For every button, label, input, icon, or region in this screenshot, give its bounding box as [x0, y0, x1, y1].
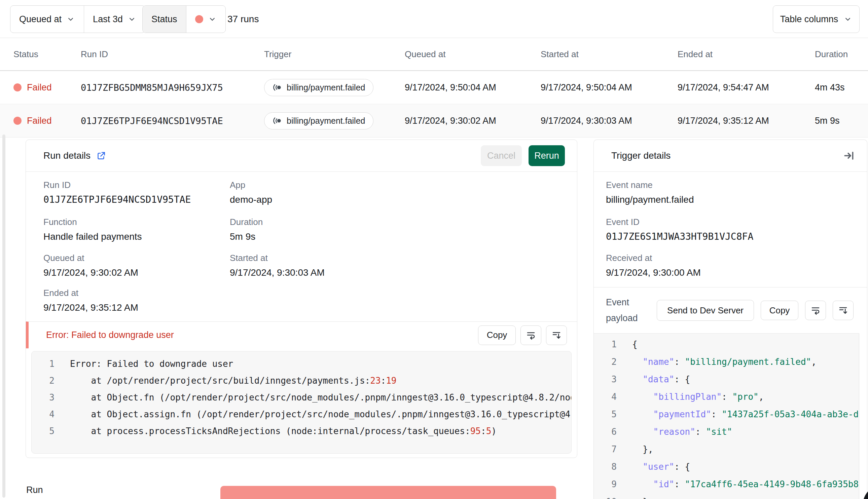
status-filter-dropdown[interactable] [186, 6, 226, 33]
run-id-cell: 01J7ZE6TPJF6E94NCSD1V95TAE [81, 116, 264, 126]
received-at-label: Received at [606, 252, 701, 264]
ended-at-value: 9/17/2024, 9:35:12 AM [44, 301, 138, 315]
time-range-filter-dropdown[interactable]: Last 3d [84, 6, 145, 33]
event-id-value: 01J7ZE6S1MJWA33HT9B1VJC8FA [606, 230, 753, 244]
function-link[interactable]: Handle failed payments [44, 230, 142, 244]
started-at-value: 9/17/2024, 9:30:03 AM [230, 266, 325, 280]
status-filter-group: Status [142, 5, 226, 33]
column-header-status: Status [13, 49, 81, 60]
event-name-label: Event name [606, 179, 694, 191]
error-banner: Error: Failed to downgrade user Copy [26, 321, 577, 348]
line-number: 4 [594, 388, 617, 405]
scroll-to-bottom-button[interactable] [546, 326, 567, 345]
payload-scrollbar-track[interactable] [859, 333, 867, 499]
event-icon [273, 116, 282, 125]
chevron-down-icon [128, 15, 136, 24]
received-at-field: Received at 9/17/2024, 9:30:00 AM [606, 252, 701, 280]
column-header-duration: Duration [815, 49, 868, 60]
event-payload-label: Event payload [606, 294, 638, 326]
app-link[interactable]: demo-app [230, 193, 272, 207]
word-wrap-toggle-button[interactable] [805, 301, 826, 320]
event-icon [273, 83, 282, 92]
function-field: Function Handle failed payments [44, 216, 142, 244]
table-columns-button[interactable]: Table columns [773, 5, 859, 33]
trigger-details-header: Trigger details [594, 140, 867, 172]
table-row[interactable]: Failed 01J7ZFBG5DMM85MJA9H659JX75 billin… [0, 71, 868, 104]
line-number: 5 [32, 423, 55, 439]
queued-at-field: Queued at 9/17/2024, 9:30:02 AM [44, 252, 138, 280]
queued-at-filter-dropdown[interactable]: Queued at [10, 6, 84, 33]
duration-field: Duration 5m 9s [230, 216, 263, 244]
line-number: 2 [32, 372, 55, 389]
payload-line: 2 "name": "billing/payment.failed", [594, 353, 859, 370]
copy-error-button[interactable]: Copy [478, 326, 516, 345]
payload-line: 3 "data": { [594, 370, 859, 388]
trigger-cell: billing/payment.failed [264, 112, 405, 130]
external-link-icon[interactable] [97, 151, 106, 160]
table-row[interactable]: Failed 01J7ZE6TPJF6E94NCSD1V95TAE billin… [0, 104, 868, 137]
duration-cell: 5m 9s [815, 116, 868, 126]
queued-at-label: Queued at [44, 252, 138, 264]
timeline-run-label: Run [26, 485, 43, 495]
line-number: 9 [594, 475, 617, 493]
run-details-title: Run details [44, 150, 91, 161]
timeline-run-bar[interactable] [220, 486, 556, 499]
chevron-down-icon [66, 15, 75, 24]
ended-at-label: Ended at [44, 287, 138, 299]
error-title: Error: Failed to downgrade user [46, 330, 174, 340]
run-details-panel: Run details Cancel Rerun Run ID 01J7ZE6T… [26, 139, 577, 458]
ended-at-field: Ended at 9/17/2024, 9:35:12 AM [44, 287, 138, 315]
queued-at-cell: 9/17/2024, 9:30:02 AM [405, 116, 541, 126]
filter-toolbar: Queued at Last 3d Status 37 runs Table c… [0, 0, 868, 38]
trigger-event-pill[interactable]: billing/payment.failed [264, 79, 373, 96]
event-id-label: Event ID [606, 216, 753, 228]
collapse-panel-icon[interactable] [843, 150, 855, 161]
duration-label: Duration [230, 216, 263, 228]
event-id-field: Event ID 01J7ZE6S1MJWA33HT9B1VJC8FA [606, 216, 753, 244]
line-number: 10 [594, 493, 617, 499]
event-name-field: Event name billing/payment.failed [606, 179, 694, 207]
column-header-queued-at: Queued at [405, 49, 541, 60]
run-id-value: 01J7ZE6TPJF6E94NCSD1V95TAE [44, 193, 191, 207]
trigger-details-title: Trigger details [611, 150, 671, 161]
started-at-cell: 9/17/2024, 9:50:04 AM [541, 82, 678, 93]
column-header-ended-at: Ended at [678, 49, 815, 60]
queued-at-value: 9/17/2024, 9:30:02 AM [44, 266, 138, 280]
event-name-value: billing/payment.failed [606, 193, 694, 207]
duration-value: 5m 9s [230, 230, 263, 244]
line-number: 7 [594, 440, 617, 458]
started-at-cell: 9/17/2024, 9:30:03 AM [541, 116, 678, 126]
run-details-header: Run details Cancel Rerun [26, 140, 577, 172]
stack-trace-block[interactable]: 1 Error: Failed to downgrade user 2 at /… [31, 351, 571, 454]
run-id-field: Run ID 01J7ZE6TPJF6E94NCSD1V95TAE [44, 179, 191, 207]
ended-at-cell: 9/17/2024, 9:54:47 AM [678, 82, 815, 93]
line-number: 2 [594, 353, 617, 370]
payload-line: 8 "user": { [594, 458, 859, 475]
received-at-value: 9/17/2024, 9:30:00 AM [606, 266, 701, 280]
send-to-dev-server-button[interactable]: Send to Dev Server [657, 300, 754, 321]
status-badge: Failed [27, 116, 52, 126]
status-badge: Failed [27, 82, 52, 93]
trigger-details-panel: Trigger details Event name billing/payme… [593, 139, 867, 499]
copy-payload-button[interactable]: Copy [761, 301, 798, 320]
queued-at-cell: 9/17/2024, 9:50:04 AM [405, 82, 541, 93]
stack-line: 4 at Object.assign.fn (/opt/render/proje… [32, 406, 571, 423]
run-id-cell: 01J7ZFBG5DMM85MJA9H659JX75 [81, 82, 264, 93]
line-number: 4 [32, 406, 55, 423]
runs-count: 37 runs [227, 0, 259, 38]
rerun-button[interactable]: Rerun [529, 145, 565, 166]
line-number: 1 [594, 336, 617, 353]
payload-line: 5 "paymentId": "1437a25f-05a3-404a-ab3e-… [594, 405, 859, 423]
table-columns-label: Table columns [780, 14, 839, 25]
trigger-event-pill[interactable]: billing/payment.failed [264, 112, 373, 130]
column-header-run-id: Run ID [81, 49, 264, 60]
event-payload-code[interactable]: 1 { 2 "name": "billing/payment.failed", … [594, 333, 859, 499]
status-filter-name: Status [143, 6, 186, 33]
scroll-to-bottom-button[interactable] [833, 301, 854, 320]
payload-line: 6 "reason": "sit" [594, 423, 859, 440]
vertical-scrollbar[interactable] [2, 134, 5, 498]
word-wrap-toggle-button[interactable] [520, 326, 541, 345]
stack-line: 1 Error: Failed to downgrade user [32, 355, 571, 372]
cancel-button[interactable]: Cancel [481, 145, 522, 166]
trigger-event-name: billing/payment.failed [287, 116, 365, 126]
